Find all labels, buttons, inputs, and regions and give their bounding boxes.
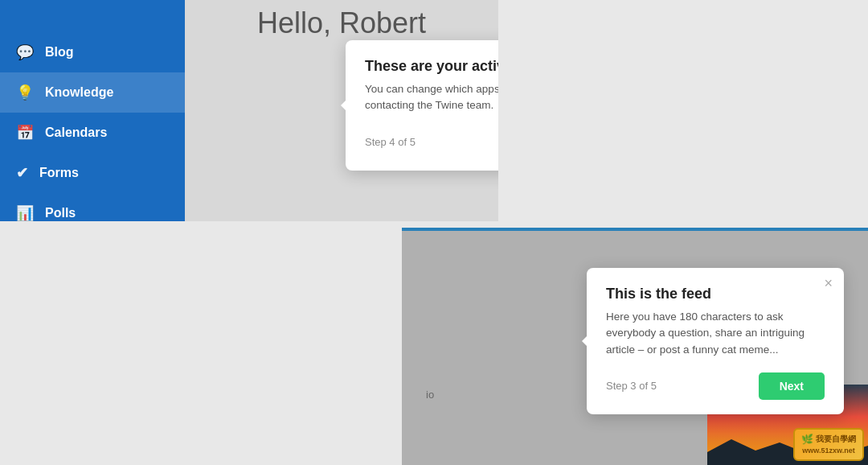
watermark-top: 🌿 我要自學網 xyxy=(801,433,856,446)
watermark-url: www.51zxw.net xyxy=(802,446,854,456)
sidebar-item-blog[interactable]: 💬 Blog xyxy=(0,32,185,72)
hello-greeting: Hello, Robert xyxy=(185,6,498,40)
calendars-icon: 📅 xyxy=(16,124,34,142)
sidebar: 💬 Blog 💡 Knowledge 📅 Calendars ✔ Forms 📊… xyxy=(0,0,185,221)
sidebar-item-label-calendars: Calendars xyxy=(45,126,107,140)
top-panel: 💬 Blog 💡 Knowledge 📅 Calendars ✔ Forms 📊… xyxy=(0,0,498,221)
step-label-2: Step 3 of 5 xyxy=(606,380,657,392)
blue-accent-line xyxy=(402,228,868,231)
next-button-2[interactable]: Next xyxy=(759,372,825,400)
knowledge-icon: 💡 xyxy=(16,84,34,101)
top-main-area: Hello, Robert × These are your active ap… xyxy=(185,0,498,221)
polls-icon: 📊 xyxy=(16,204,34,221)
bottom-panel: Post io × This is the feed Here you have… xyxy=(402,228,868,465)
sidebar-item-label-blog: Blog xyxy=(45,45,74,60)
step-label-1: Step 4 of 5 xyxy=(365,136,416,148)
sidebar-item-polls[interactable]: 📊 Polls xyxy=(0,193,185,221)
tooltip-footer-2: Step 3 of 5 Next xyxy=(606,372,825,400)
watermark-leaf-icon: 🌿 xyxy=(801,433,813,446)
sidebar-item-calendars[interactable]: 📅 Calendars xyxy=(0,113,185,153)
blog-icon: 💬 xyxy=(16,43,34,61)
tooltip-description-2: Here you have 180 characters to ask ever… xyxy=(606,309,825,358)
tooltip-description-1: You can change which apps appear here by… xyxy=(365,81,498,114)
tooltip-close-button-2[interactable]: × xyxy=(824,276,833,290)
watermark-badge: 🌿 我要自學網 www.51zxw.net xyxy=(793,428,864,461)
forms-icon: ✔ xyxy=(16,164,28,182)
io-text: io xyxy=(426,389,434,401)
sidebar-item-knowledge[interactable]: 💡 Knowledge xyxy=(0,72,185,113)
sidebar-item-label-forms: Forms xyxy=(39,166,79,180)
watermark-line1: 我要自學網 xyxy=(816,434,856,445)
sidebar-item-label-polls: Polls xyxy=(45,206,76,220)
tooltip-title-1: These are your active apps xyxy=(365,58,498,75)
tooltip-footer-1: Step 4 of 5 Next xyxy=(365,129,498,156)
tooltip-feed: × This is the feed Here you have 180 cha… xyxy=(587,268,844,414)
sidebar-item-label-knowledge: Knowledge xyxy=(45,85,113,100)
tooltip-active-apps: × These are your active apps You can cha… xyxy=(346,40,498,171)
sidebar-item-forms[interactable]: ✔ Forms xyxy=(0,153,185,193)
tooltip-title-2: This is the feed xyxy=(606,286,825,302)
